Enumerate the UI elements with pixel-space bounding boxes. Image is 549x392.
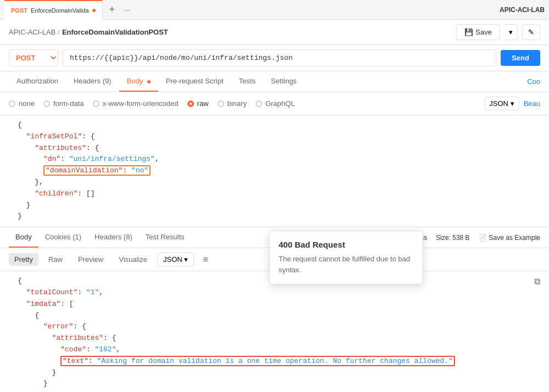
save-icon: 📄 <box>479 234 487 242</box>
code-line-9: } <box>0 211 549 222</box>
tab-headers[interactable]: Headers (9) <box>66 71 119 92</box>
res-format-visualize[interactable]: Visualize <box>113 253 153 266</box>
res-tab-headers[interactable]: Headers (8) <box>88 227 139 248</box>
breadcrumb-current: EnforceDomainValidationPOST <box>62 28 168 36</box>
format-right: JSON ▾ Beau <box>484 97 540 110</box>
response-size: Size: 538 B <box>436 234 469 242</box>
code-line-2: "infraSetPol": { <box>0 131 549 143</box>
tab-name: EnforceDomainValida <box>31 7 89 14</box>
json-format-select[interactable]: JSON ▾ <box>484 97 519 110</box>
code-line-7: "children": [] <box>0 188 549 200</box>
res-line-8: "text": "Asking for domain validation is… <box>0 356 549 367</box>
edit-button[interactable]: ✎ <box>522 24 540 40</box>
copy-icon[interactable]: ⧉ <box>534 276 540 290</box>
url-input[interactable] <box>63 49 496 66</box>
radio-none <box>9 100 15 107</box>
res-line-6: "attributes": { <box>0 333 549 344</box>
save-icon: 💾 <box>464 28 473 36</box>
more-tabs-button[interactable]: ··· <box>121 5 132 14</box>
res-line-10: } <box>0 378 549 390</box>
request-line: POST GET PUT DELETE Send <box>0 45 549 71</box>
save-label: Save <box>475 28 492 36</box>
radio-form-data <box>43 100 50 107</box>
code-line-4: "dn": "uni/infra/settings", <box>0 154 549 165</box>
active-tab[interactable]: POST EnforceDomainValida <box>4 0 103 20</box>
tab-method: POST <box>11 7 27 14</box>
code-line-6: }, <box>0 177 549 188</box>
save-as-example-button[interactable]: 📄 Save as Example <box>479 234 540 242</box>
body-format-bar: none form-data x-www-form-urlencoded raw… <box>0 92 549 115</box>
tab-settings[interactable]: Settings <box>263 71 304 92</box>
format-binary[interactable]: binary <box>218 99 247 108</box>
tooltip-title: 400 Bad Request <box>279 240 414 249</box>
response-body: ⧉ { "totalCount": "1", "imdata": [ { "er… <box>0 271 549 392</box>
request-tabs: Authorization Headers (9) Body Pre-reque… <box>0 71 549 92</box>
res-tab-body[interactable]: Body <box>9 227 38 248</box>
breadcrumb-parent[interactable]: APIC-ACI-LAB <box>9 28 56 36</box>
res-format-pretty[interactable]: Pretty <box>9 253 38 266</box>
radio-graphql <box>256 100 262 107</box>
save-button[interactable]: 💾 Save <box>456 24 500 40</box>
breadcrumb: APIC-ACI-LAB / EnforceDomainValidationPO… <box>9 28 168 36</box>
save-chevron-button[interactable]: ▾ <box>504 24 518 40</box>
format-graphql[interactable]: GraphQL <box>256 99 295 108</box>
res-format-raw[interactable]: Raw <box>43 253 68 266</box>
tab-tests[interactable]: Tests <box>231 71 263 92</box>
send-button[interactable]: Send <box>501 50 540 66</box>
code-line-3: "attributes": { <box>0 143 549 154</box>
tab-prerequest[interactable]: Pre-request Script <box>158 71 231 92</box>
res-json-select[interactable]: JSON ▾ <box>157 253 194 266</box>
save-example-label: Save as Example <box>489 234 540 242</box>
code-line-1: { <box>0 120 549 131</box>
res-tab-test-results[interactable]: Test Results <box>139 227 191 248</box>
add-tab-button[interactable]: + <box>105 4 120 15</box>
res-line-3: "imdata": [ <box>0 299 549 310</box>
radio-urlencoded <box>93 100 99 107</box>
breadcrumb-actions: 💾 Save ▾ ✎ <box>456 24 540 40</box>
tab-bar: POST EnforceDomainValida + ··· APIC-ACI-… <box>0 0 549 20</box>
res-line-11: } <box>0 390 549 392</box>
radio-binary <box>218 100 224 107</box>
radio-raw <box>187 100 194 107</box>
error-tooltip: 400 Bad Request The request cannot be fu… <box>269 231 423 284</box>
method-select[interactable]: POST GET PUT DELETE <box>9 49 58 66</box>
res-tab-cookies[interactable]: Cookies (1) <box>38 227 88 248</box>
breadcrumb-separator: / <box>58 28 60 36</box>
workspace-label: APIC-ACI-LAB <box>500 6 545 14</box>
code-line-8: } <box>0 200 549 211</box>
res-line-4: { <box>0 310 549 322</box>
res-line-2: "totalCount": "1", <box>0 287 549 299</box>
format-raw[interactable]: raw <box>187 99 209 108</box>
res-line-9: } <box>0 367 549 379</box>
tab-modified-dot <box>92 9 96 12</box>
format-none[interactable]: none <box>9 99 35 108</box>
tab-body[interactable]: Body <box>119 71 158 92</box>
res-line-5: "error": { <box>0 321 549 333</box>
cookies-link[interactable]: Coo <box>527 72 540 91</box>
res-format-preview[interactable]: Preview <box>73 253 109 266</box>
code-line-5: "domainValidation": "no" <box>0 165 549 177</box>
format-form-data[interactable]: form-data <box>43 99 84 108</box>
request-body-editor[interactable]: { "infraSetPol": { "attributes": { "dn":… <box>0 115 549 227</box>
tab-authorization[interactable]: Authorization <box>9 71 66 92</box>
breadcrumb-bar: APIC-ACI-LAB / EnforceDomainValidationPO… <box>0 20 549 45</box>
body-dot <box>147 80 151 83</box>
res-line-7: "code": "182", <box>0 344 549 356</box>
beautify-label[interactable]: Beau <box>524 99 540 108</box>
tooltip-body: The request cannot be fulfilled due to b… <box>279 254 414 275</box>
format-urlencoded[interactable]: x-www-form-urlencoded <box>93 99 179 108</box>
filter-icon[interactable]: ≡ <box>203 255 208 265</box>
